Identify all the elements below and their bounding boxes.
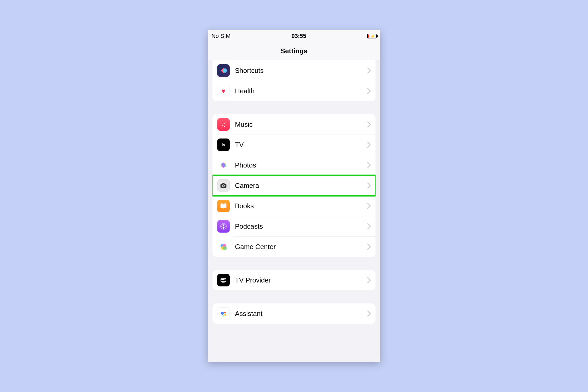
chevron-right-icon (367, 310, 371, 317)
svg-point-19 (224, 279, 225, 280)
chevron-right-icon (367, 182, 371, 189)
settings-row-assistant[interactable]: Assistant (212, 303, 376, 324)
gamecenter-icon (217, 240, 230, 253)
settings-group: Shortcuts ♥ Health (212, 60, 376, 101)
row-label: TV (235, 141, 367, 149)
chevron-right-icon (367, 223, 371, 229)
settings-row-gamecenter[interactable]: Game Center (212, 237, 376, 257)
row-label: Podcasts (235, 222, 367, 230)
chevron-right-icon (367, 162, 371, 168)
shortcuts-icon (217, 64, 230, 77)
row-label: Game Center (235, 243, 367, 251)
phone-frame: No SIM 03:55 ⚡ Settings Shortcuts ♥ Heal… (208, 30, 380, 362)
music-icon: ♫ (217, 118, 230, 131)
svg-point-22 (224, 312, 226, 313)
tv-icon: tv (217, 139, 230, 151)
chevron-right-icon (367, 142, 371, 148)
chevron-right-icon (367, 67, 371, 74)
row-label: Health (235, 87, 367, 95)
svg-point-24 (222, 315, 223, 316)
photos-icon (217, 159, 230, 171)
settings-row-shortcuts[interactable]: Shortcuts (212, 60, 376, 81)
chevron-right-icon (367, 244, 371, 250)
settings-row-photos[interactable]: Photos (212, 155, 376, 175)
settings-row-tvprovider[interactable]: TV Provider (212, 270, 376, 290)
podcasts-icon (217, 220, 230, 233)
svg-point-21 (221, 312, 224, 315)
chevron-right-icon (367, 121, 371, 128)
svg-point-17 (223, 246, 227, 250)
chevron-right-icon (367, 88, 371, 94)
health-icon: ♥ (217, 85, 230, 97)
tvprovider-icon (217, 274, 230, 286)
settings-row-tv[interactable]: tv TV (212, 135, 376, 155)
row-label: Camera (235, 182, 367, 190)
battery-indicator: ⚡ (367, 34, 377, 38)
battery-icon: ⚡ (367, 34, 377, 38)
row-label: TV Provider (235, 276, 367, 284)
status-bar: No SIM 03:55 ⚡ (208, 30, 380, 42)
svg-point-23 (224, 314, 226, 316)
chevron-right-icon (367, 277, 371, 283)
settings-scroll[interactable]: Shortcuts ♥ Health ♫ Music tv TV (208, 60, 380, 362)
svg-point-10 (223, 185, 224, 187)
settings-group: Assistant (212, 303, 376, 324)
svg-rect-8 (222, 183, 225, 184)
settings-row-music[interactable]: ♫ Music (212, 114, 376, 135)
settings-row-books[interactable]: Books (212, 196, 376, 216)
settings-group: ♫ Music tv TV (212, 114, 376, 257)
clock-label: 03:55 (292, 33, 306, 39)
row-label: Photos (235, 161, 367, 169)
svg-point-13 (223, 225, 224, 226)
chevron-right-icon (367, 203, 371, 209)
carrier-label: No SIM (211, 33, 230, 39)
camera-icon (217, 179, 230, 192)
row-label: Shortcuts (235, 67, 367, 75)
settings-row-health[interactable]: ♥ Health (212, 81, 376, 101)
assistant-icon (217, 307, 230, 320)
row-label: Music (235, 120, 367, 129)
books-icon (217, 200, 230, 212)
svg-rect-20 (222, 282, 225, 283)
settings-row-podcasts[interactable]: Podcasts (212, 216, 376, 237)
settings-group: TV Provider (212, 270, 376, 290)
row-label: Books (235, 202, 367, 210)
settings-row-camera[interactable]: Camera (212, 175, 376, 196)
svg-point-6 (222, 163, 225, 168)
page-title: Settings (208, 42, 380, 60)
row-label: Assistant (235, 310, 367, 318)
